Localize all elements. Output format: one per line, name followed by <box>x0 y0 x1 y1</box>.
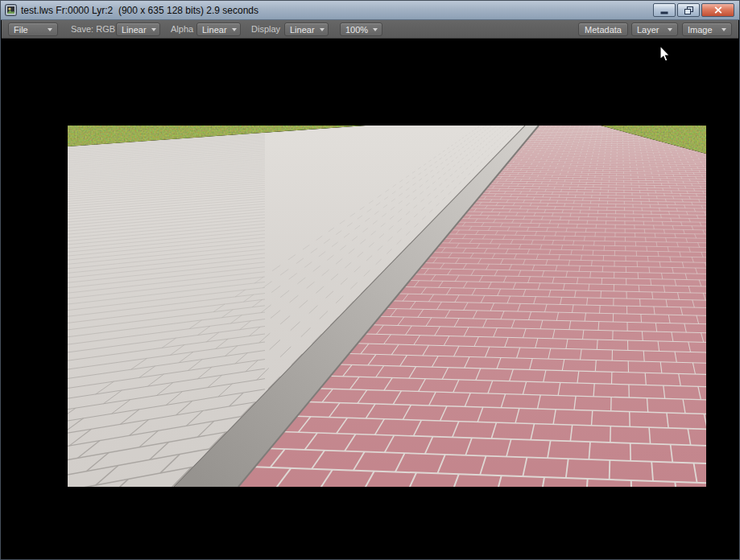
app-icon <box>5 4 17 16</box>
save-rgb-label: Save: RGB <box>71 25 115 34</box>
file-menu-button[interactable]: File <box>8 23 58 36</box>
button-label: Metadata <box>585 25 622 35</box>
chevron-down-icon <box>48 28 52 31</box>
chevron-down-icon <box>721 28 726 31</box>
restore-icon <box>684 6 693 14</box>
window-controls <box>653 3 734 17</box>
titlebar[interactable]: test.lws Fr:0000 Lyr:2 (900 x 635 128 bi… <box>1 1 739 20</box>
mouse-cursor <box>659 45 672 63</box>
alpha-label: Alpha <box>171 25 193 34</box>
button-label: Linear <box>290 25 315 35</box>
rendered-image[interactable] <box>68 126 706 487</box>
display-colorspace-dropdown[interactable]: Linear <box>284 23 329 36</box>
minimize-icon <box>660 6 668 14</box>
zoom-dropdown[interactable]: 100% <box>340 23 382 36</box>
minimize-button[interactable] <box>653 3 676 17</box>
toolbar: File Save: RGB Linear Alpha Linear Displ… <box>2 20 738 39</box>
close-icon <box>714 6 722 14</box>
button-label: Image <box>688 25 713 35</box>
chevron-down-icon <box>232 28 237 31</box>
layer-dropdown[interactable]: Layer <box>631 23 678 36</box>
chevron-down-icon <box>373 28 378 31</box>
display-label: Display <box>251 25 280 34</box>
button-label: 100% <box>345 25 368 35</box>
viewer-canvas[interactable] <box>2 39 738 558</box>
metadata-button[interactable]: Metadata <box>578 23 628 36</box>
close-button[interactable] <box>701 3 734 17</box>
alpha-colorspace-dropdown[interactable]: Linear <box>196 23 241 36</box>
restore-button[interactable] <box>677 3 700 17</box>
image-dropdown[interactable]: Image <box>682 23 732 36</box>
button-label: Linear <box>122 25 147 35</box>
button-label: Linear <box>202 25 227 35</box>
chevron-down-icon <box>668 28 672 31</box>
button-label: File <box>14 25 28 35</box>
button-label: Layer <box>637 25 659 35</box>
window-title: test.lws Fr:0000 Lyr:2 (900 x 635 128 bi… <box>21 5 258 16</box>
app-icon-image <box>5 4 17 16</box>
chevron-down-icon <box>151 28 156 31</box>
chevron-down-icon <box>320 28 325 31</box>
rgb-colorspace-dropdown[interactable]: Linear <box>116 23 160 36</box>
image-viewer-window: test.lws Fr:0000 Lyr:2 (900 x 635 128 bi… <box>0 0 740 560</box>
